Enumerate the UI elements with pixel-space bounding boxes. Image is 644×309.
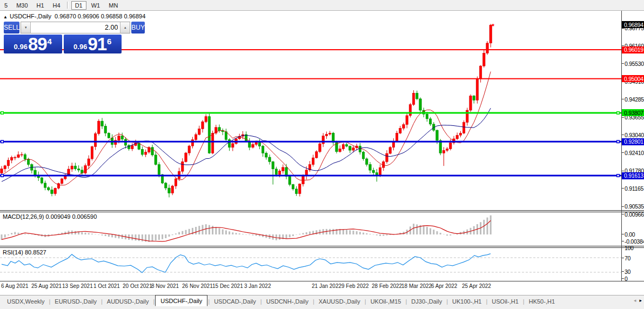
candle-body — [369, 164, 371, 170]
candle-body — [282, 167, 284, 171]
macd-histogram-bar — [198, 226, 200, 234]
candle-body — [389, 147, 391, 153]
macd-histogram-bar — [98, 234, 99, 235]
horizontal-level-line[interactable] — [0, 175, 621, 177]
timeframe-button-d1[interactable]: D1 — [71, 1, 86, 10]
candle-body — [261, 146, 264, 153]
macd-histogram-bar — [4, 234, 6, 238]
candle-body — [144, 152, 146, 154]
candle-body — [118, 136, 120, 140]
macd-histogram-bar — [430, 229, 431, 234]
tab-scroll-right-icon[interactable]: ▸ — [639, 298, 642, 303]
macd-histogram-bar — [303, 233, 304, 234]
ma-slow-line[interactable] — [2, 108, 491, 182]
timeframe-button-m30[interactable]: M30 — [12, 1, 31, 10]
horizontal-level-line[interactable] — [0, 141, 621, 143]
macd-histogram-bar — [131, 234, 133, 240]
tab-scroll-left-icon[interactable]: ◂ — [634, 298, 636, 303]
timeframe-button-h4[interactable]: H4 — [49, 1, 64, 10]
macd-histogram-bar — [256, 234, 257, 236]
macd-histogram-bar — [359, 232, 361, 234]
tab-separator: | — [101, 298, 103, 305]
candle-body — [185, 153, 187, 162]
candle-body — [312, 158, 314, 164]
candle-body — [352, 148, 354, 150]
timeframe-button-mn[interactable]: MN — [105, 1, 122, 10]
volume-input[interactable] — [31, 22, 120, 33]
chart-tab-ukoil[interactable]: UKOil-,M15 — [367, 297, 405, 306]
sell-price-display[interactable]: 0.96 89 4 — [4, 35, 62, 53]
horizontal-level-line[interactable] — [0, 112, 621, 113]
level-price-badge: 0.95004 — [622, 75, 644, 82]
macd-histogram-bar — [178, 232, 180, 234]
candle-body — [339, 149, 341, 152]
volume-decrease-button[interactable]: ▾ — [21, 22, 31, 33]
macd-histogram-bar — [28, 234, 29, 234]
candle-body — [27, 159, 29, 165]
rsi-indicator-panel[interactable] — [0, 248, 621, 281]
chart-tab-xauusd[interactable]: XAUUSD-,Daily — [315, 297, 364, 306]
candle-body — [84, 166, 86, 173]
macd-histogram-bar — [81, 232, 83, 234]
chart-tab-uk100[interactable]: UK100-,H1 — [448, 297, 485, 306]
timeframe-button-h1[interactable]: H1 — [33, 1, 48, 10]
candle-body — [386, 153, 388, 162]
macd-histogram-bar — [252, 234, 254, 236]
level-price-badge: 0.96019 — [622, 46, 644, 53]
horizontal-level-line[interactable] — [0, 78, 621, 79]
price-tick-mark — [622, 206, 624, 207]
candle-body — [158, 165, 160, 175]
date-axis-label: 15 Dec 2021 — [212, 283, 243, 289]
one-click-trading-panel: SELL ▾ ▴ BUY 0.96 89 4 0.96 91 6 — [4, 22, 122, 53]
candle-body — [48, 187, 50, 190]
date-axis-label: 1 Oct 2021 — [93, 283, 120, 289]
sell-button[interactable]: SELL — [4, 22, 19, 33]
candle-body — [101, 121, 103, 126]
buy-price-display[interactable]: 0.96 91 6 — [64, 35, 122, 53]
timeframe-button-5[interactable]: 5 — [1, 1, 11, 10]
chart-tab-usdcnh[interactable]: USDCNH-,Daily — [263, 297, 312, 306]
timeframe-button-w1[interactable]: W1 — [88, 1, 104, 10]
macd-histogram-bar — [175, 233, 177, 234]
chart-tab-eurusd[interactable]: EURUSD-,Daily — [51, 297, 100, 306]
macd-histogram-bar — [343, 230, 344, 234]
candle-body — [426, 114, 428, 119]
candle-body — [450, 143, 452, 149]
rsi-axis-label: 30 — [625, 268, 630, 275]
candle-body — [446, 149, 448, 150]
volume-increase-button[interactable]: ▴ — [120, 22, 130, 33]
price-tick-mark — [622, 188, 624, 189]
price-marker-asterisk[interactable]: * — [492, 22, 495, 30]
collapse-triangle-icon[interactable]: ▲ — [3, 15, 8, 19]
chart-symbol-label: USDCHF-,Daily — [10, 13, 51, 19]
chart-tab-usdx[interactable]: USDX,Weekly — [3, 297, 48, 306]
rsi-line — [2, 254, 491, 273]
candle-body — [252, 144, 254, 147]
candle-body — [1, 169, 3, 173]
candle-body — [473, 96, 475, 100]
candle-body — [202, 122, 204, 129]
chart-tab-dj30[interactable]: DJ30-,Daily — [407, 297, 446, 306]
price-tick-label: 0.94285 — [625, 96, 644, 103]
date-axis-label: 20 Oct 2021 — [123, 283, 152, 289]
buy-button[interactable]: BUY — [131, 22, 145, 33]
macd-histogram-bar — [162, 234, 163, 239]
line-handle-center — [2, 175, 3, 177]
chart-tab-usoil[interactable]: USOil-,H1 — [488, 297, 522, 306]
chart-tab-audusd[interactable]: AUDUSD-,Daily — [103, 297, 153, 306]
rsi-axis-label: 70 — [625, 255, 630, 261]
candle-body — [17, 154, 19, 157]
macd-histogram-bar — [189, 229, 190, 234]
current-price-badge: 0.96894 — [622, 21, 644, 28]
chart-tab-hk50[interactable]: HK50-,H1 — [525, 297, 559, 306]
chart-tab-usdchf[interactable]: USDCHF-,Daily — [155, 295, 207, 306]
chart-tab-usdcad[interactable]: USDCAD-,Daily — [210, 297, 260, 306]
rsi-tick-mark — [622, 271, 624, 272]
candle-body — [228, 139, 230, 147]
candle-body — [74, 166, 76, 169]
toolbar-separator — [67, 2, 69, 9]
macd-histogram-bar — [279, 234, 280, 240]
price-tick-mark — [622, 99, 624, 99]
candle-body — [165, 183, 167, 188]
candle-body — [24, 154, 26, 159]
